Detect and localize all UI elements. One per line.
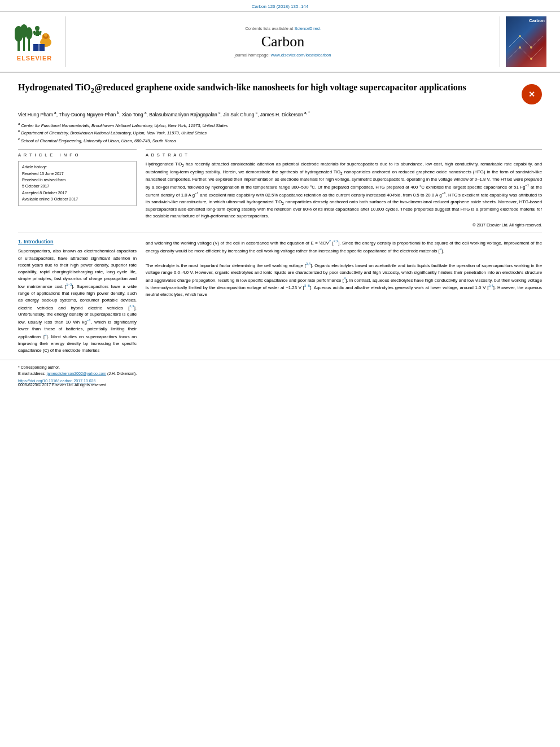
received-date: Received 13 June 2017 bbox=[22, 171, 133, 177]
svg-rect-7 bbox=[36, 30, 39, 36]
svg-point-25 bbox=[530, 58, 532, 60]
affiliation-a: a Center for Functional Nanomaterials, B… bbox=[18, 121, 542, 129]
svg-line-19 bbox=[509, 47, 520, 59]
article-history-title: Article history: bbox=[22, 165, 133, 169]
footer-links: https://doi.org/10.1016/j.carbon.2017.10… bbox=[18, 379, 542, 383]
available-date: Available online 9 October 2017 bbox=[22, 196, 133, 202]
article-title: Hydrogenated TiO2@reduced graphene oxide… bbox=[18, 82, 513, 95]
sciencedirect-text: Contents lists available at bbox=[245, 26, 293, 31]
elsevier-logo: ELSEVIER bbox=[9, 16, 60, 67]
article-info-header: A R T I C L E I N F O bbox=[18, 150, 137, 158]
article-info-box: Article history: Received 13 June 2017 R… bbox=[18, 161, 137, 206]
svg-point-24 bbox=[519, 46, 521, 49]
corresponding-text: * Corresponding author. bbox=[18, 365, 60, 369]
journal-ref-text: Carbon 126 (2018) 135–144 bbox=[252, 4, 309, 9]
intro-left-text: Supercapacitors, also known as electroch… bbox=[18, 248, 137, 354]
affiliation-c: c School of Chemical Engineering, Univer… bbox=[18, 137, 542, 145]
elsevier-name: ELSEVIER bbox=[17, 55, 52, 62]
article-title-row: Hydrogenated TiO2@reduced graphene oxide… bbox=[18, 82, 542, 104]
affiliation-b: b Department of Chemistry, Brookhaven Na… bbox=[18, 129, 542, 137]
received-revised-label: Received in revised form bbox=[22, 177, 133, 183]
section-1-title: 1. Introduction bbox=[18, 239, 137, 244]
accepted-date: Accepted 8 October 2017 bbox=[22, 190, 133, 196]
svg-text:✕: ✕ bbox=[528, 90, 535, 99]
introduction-section: 1. Introduction Supercapacitors, also kn… bbox=[0, 239, 560, 354]
abstract-col: A B S T R A C T Hydrogenated TiO2 has re… bbox=[146, 150, 542, 227]
svg-line-16 bbox=[509, 36, 520, 47]
author-2: Thuy-Duong Nguyen-Phan b, bbox=[59, 112, 122, 117]
sciencedirect-line: Contents lists available at ScienceDirec… bbox=[245, 26, 320, 31]
email-suffix: (J.H. Dickerson). bbox=[107, 372, 137, 375]
svg-line-21 bbox=[531, 47, 542, 59]
intro-right-col: and widening the working voltage (V) of … bbox=[146, 239, 542, 354]
journal-cover-image: Carbon bbox=[506, 16, 546, 67]
cover-title: Carbon bbox=[529, 18, 545, 23]
journal-name: Carbon bbox=[261, 33, 305, 50]
svg-rect-4 bbox=[28, 38, 30, 51]
page: Carbon 126 (2018) 135–144 bbox=[0, 0, 560, 747]
authors-line: Viet Hung Pham a, Thuy-Duong Nguyen-Phan… bbox=[18, 110, 542, 119]
author-4: Balasubramaniyan Rajagopalan c, bbox=[149, 112, 223, 117]
cover-lattice-icon bbox=[506, 30, 545, 64]
svg-line-20 bbox=[520, 47, 531, 59]
article-info-abstract: A R T I C L E I N F O Article history: R… bbox=[0, 150, 560, 227]
elsevier-tree-icon bbox=[15, 23, 54, 54]
section-divider bbox=[18, 233, 542, 233]
svg-point-6 bbox=[35, 26, 40, 30]
intro-left-col: 1. Introduction Supercapacitors, also kn… bbox=[18, 239, 137, 354]
intro-right-text: and widening the working voltage (V) of … bbox=[146, 239, 542, 298]
svg-line-17 bbox=[520, 36, 531, 47]
svg-point-22 bbox=[519, 35, 521, 37]
homepage-line: journal homepage: www.elsevier.com/locat… bbox=[235, 53, 331, 58]
svg-line-18 bbox=[531, 36, 542, 47]
email-link[interactable]: jamesdickerson2002@yahoo.com bbox=[47, 372, 107, 375]
abstract-text: Hydrogenated TiO2 has recently attracted… bbox=[146, 161, 542, 220]
homepage-text: journal homepage: bbox=[235, 53, 270, 58]
received-revised-date: 5 October 2017 bbox=[22, 183, 133, 189]
journal-cover-container: Carbon bbox=[506, 16, 551, 67]
footer: * Corresponding author. E-mail address: … bbox=[0, 360, 560, 389]
svg-rect-2 bbox=[23, 37, 25, 51]
corresponding-note: * Corresponding author. E-mail address: … bbox=[18, 365, 542, 377]
author-5: Jin Suk Chung c, bbox=[223, 112, 260, 117]
email-label: E-mail address: bbox=[18, 372, 46, 375]
footer-issn: 0008-6223/© 2017 Elsevier Ltd. All right… bbox=[18, 383, 542, 387]
author-6: James H. Dickerson a, * bbox=[260, 112, 310, 117]
homepage-link[interactable]: www.elsevier.com/locate/carbon bbox=[271, 53, 331, 58]
author-3: Xiao Tong a, bbox=[122, 112, 149, 117]
svg-point-13 bbox=[44, 33, 47, 37]
journal-ref-bar: Carbon 126 (2018) 135–144 bbox=[0, 0, 560, 12]
doi-link[interactable]: https://doi.org/10.1016/j.carbon.2017.10… bbox=[18, 379, 95, 383]
svg-point-23 bbox=[530, 46, 532, 49]
copyright-line: © 2017 Elsevier Ltd. All rights reserved… bbox=[146, 223, 542, 227]
crossmark-badge[interactable]: ✕ bbox=[522, 84, 542, 104]
affiliations: a Center for Functional Nanomaterials, B… bbox=[18, 121, 542, 145]
sciencedirect-link[interactable]: ScienceDirect bbox=[294, 26, 320, 31]
article-section: Hydrogenated TiO2@reduced graphene oxide… bbox=[0, 73, 560, 144]
journal-header-center: Contents lists available at ScienceDirec… bbox=[65, 16, 500, 67]
abstract-header: A B S T R A C T bbox=[146, 150, 542, 158]
author-1: Viet Hung Pham a, bbox=[18, 112, 59, 117]
svg-point-5 bbox=[26, 27, 33, 40]
journal-header: ELSEVIER Contents lists available at Sci… bbox=[0, 12, 560, 73]
article-info-col: A R T I C L E I N F O Article history: R… bbox=[18, 150, 137, 227]
crossmark-icon: ✕ bbox=[524, 86, 540, 102]
